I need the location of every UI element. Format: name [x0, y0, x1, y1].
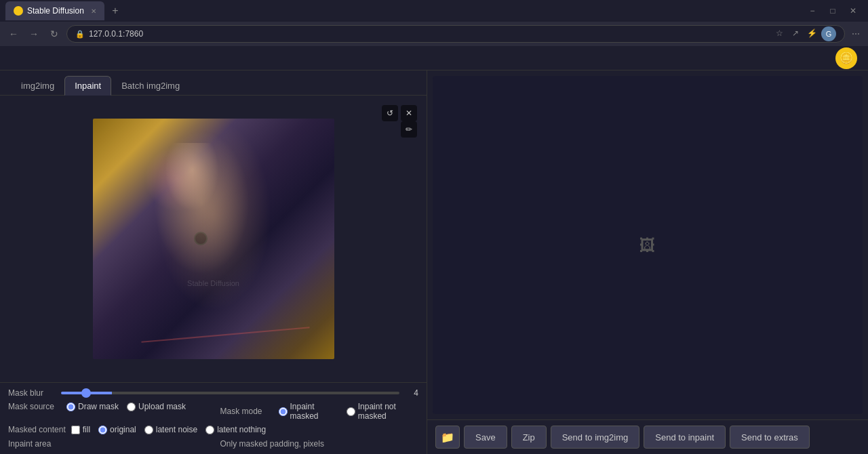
- original-radio[interactable]: [98, 426, 107, 434]
- inpaint-not-masked-option[interactable]: Inpaint not masked: [347, 402, 418, 421]
- latent-nothing-label: latent nothing: [217, 425, 266, 434]
- lock-icon: 🔒: [75, 30, 85, 39]
- tab-img2img[interactable]: img2img: [11, 76, 64, 96]
- refresh-button[interactable]: ↻: [46, 26, 62, 42]
- output-area: 🖼: [433, 76, 863, 414]
- tab-bar: Stable Diffusion ✕ + − □ ✕: [0, 0, 868, 22]
- masked-content-label: Masked content: [8, 425, 66, 434]
- mask-blur-row: Mask blur 4: [8, 388, 418, 398]
- inpaint-area-col: Inpaint area: [8, 438, 207, 449]
- mask-blur-slider-container: 4: [61, 388, 418, 398]
- upload-mask-option[interactable]: Upload mask: [127, 402, 186, 411]
- mask-source-row: Mask source Draw mask Upload mask: [8, 402, 207, 411]
- mask-mode-row: Mask mode Inpaint masked Inpaint not mas…: [220, 402, 419, 421]
- inpaint-not-masked-label: Inpaint not masked: [358, 402, 418, 421]
- mask-blur-slider[interactable]: [61, 392, 399, 394]
- mask-source-col: Mask source Draw mask Upload mask: [8, 402, 207, 425]
- address-bar[interactable]: 🔒 127.0.0.1:7860 ☆ ↗ ⚡ G: [66, 25, 845, 43]
- reset-image-button[interactable]: ↺: [382, 105, 398, 121]
- tab-close-button[interactable]: ✕: [91, 7, 96, 15]
- inpaint-masked-option[interactable]: Inpaint masked: [279, 402, 338, 421]
- user-avatar: 🪙: [835, 47, 857, 69]
- tabs-row: img2img Inpaint Batch img2img: [0, 70, 427, 96]
- mask-source-radio-group: Draw mask Upload mask: [66, 402, 186, 411]
- mask-blur-label: Mask blur: [8, 388, 56, 398]
- image-container: Stable Diffusion ↺ ✕ ✏: [5, 101, 421, 377]
- inpaint-masked-label: Inpaint masked: [290, 402, 338, 421]
- address-bar-row: ← → ↻ 🔒 127.0.0.1:7860 ☆ ↗ ⚡ G ⋯: [0, 22, 868, 46]
- image-area: Stable Diffusion ↺ ✕ ✏: [0, 96, 427, 382]
- send-to-inpaint-button[interactable]: Send to inpaint: [644, 426, 726, 449]
- mask-source-label: Mask source: [8, 402, 62, 411]
- draw-mask-label: Draw mask: [78, 402, 119, 411]
- profile-icon[interactable]: G: [821, 26, 836, 41]
- canvas-image[interactable]: Stable Diffusion: [93, 119, 334, 359]
- image-overlay-buttons: ↺ ✕: [382, 105, 417, 121]
- right-panel: 🖼 📁 Save Zip Send to img2img Send to inp…: [427, 70, 868, 454]
- address-bar-icons: ☆ ↗ ⚡ G: [772, 26, 836, 41]
- two-col-controls: Mask source Draw mask Upload mask: [8, 402, 418, 425]
- url-text: 127.0.0.1:7860: [89, 29, 143, 39]
- mask-mode-radio-group: Inpaint masked Inpaint not masked: [279, 402, 419, 421]
- draw-mask-radio[interactable]: [66, 403, 75, 411]
- controls-area: Mask blur 4 Mask source: [0, 382, 427, 454]
- original-label: original: [110, 425, 136, 434]
- forward-button[interactable]: →: [26, 26, 42, 42]
- window-controls: − □ ✕: [803, 1, 863, 20]
- draw-mask-option[interactable]: Draw mask: [66, 402, 119, 411]
- close-button[interactable]: ✕: [844, 1, 863, 20]
- app-body: 🪙 img2img Inpaint Batch img2img Stable D…: [0, 46, 868, 454]
- fill-label: fill: [83, 425, 90, 434]
- mask-blur-value: 4: [405, 388, 418, 398]
- mask-mode-col: Mask mode Inpaint masked Inpaint not mas…: [220, 402, 419, 425]
- tab-title: Stable Diffusion: [27, 6, 84, 16]
- only-masked-col: Only masked padding, pixels: [220, 438, 419, 449]
- action-bar: 📁 Save Zip Send to img2img Send to inpai…: [427, 419, 868, 454]
- bookmark-star-icon[interactable]: ☆: [772, 26, 786, 40]
- send-to-img2img-button[interactable]: Send to img2img: [551, 426, 640, 449]
- original-option[interactable]: original: [98, 425, 136, 434]
- masked-content-options: fill original latent noise latent n: [71, 425, 267, 434]
- inpaint-not-masked-radio[interactable]: [347, 407, 355, 416]
- edit-pen-button[interactable]: ✏: [401, 121, 417, 138]
- latent-noise-radio[interactable]: [144, 426, 153, 434]
- tab-favicon: [14, 6, 23, 16]
- zip-button[interactable]: Zip: [511, 426, 547, 449]
- inpaint-masked-radio[interactable]: [279, 407, 288, 416]
- fill-checkbox[interactable]: [71, 426, 80, 434]
- output-placeholder-icon: 🖼: [639, 236, 656, 255]
- masked-content-row: Masked content fill original latent n: [8, 425, 418, 434]
- settings-icon[interactable]: ⋯: [849, 27, 863, 41]
- mask-mode-label: Mask mode: [220, 407, 275, 416]
- browser-tab-active[interactable]: Stable Diffusion ✕: [5, 1, 104, 20]
- minimize-button[interactable]: −: [803, 1, 822, 20]
- latent-nothing-option[interactable]: latent nothing: [205, 425, 266, 434]
- share-icon[interactable]: ↗: [789, 26, 802, 40]
- close-image-button[interactable]: ✕: [401, 105, 417, 121]
- open-folder-button[interactable]: 📁: [435, 426, 460, 449]
- latent-noise-option[interactable]: latent noise: [144, 425, 197, 434]
- browser-chrome: Stable Diffusion ✕ + − □ ✕ ← → ↻ 🔒 127.0…: [0, 0, 868, 46]
- save-button[interactable]: Save: [464, 426, 507, 449]
- inpaint-area-row: Inpaint area Only masked padding, pixels: [8, 438, 418, 449]
- inpaint-area-label: Inpaint area: [8, 439, 51, 449]
- extensions-icon[interactable]: ⚡: [805, 26, 818, 40]
- left-panel: img2img Inpaint Batch img2img Stable Dif…: [0, 70, 427, 454]
- fill-option[interactable]: fill: [71, 425, 90, 434]
- new-tab-button[interactable]: +: [107, 3, 123, 19]
- only-masked-label: Only masked padding, pixels: [220, 439, 324, 449]
- back-button[interactable]: ←: [5, 26, 22, 42]
- latent-noise-label: latent noise: [156, 425, 197, 434]
- folder-icon: 📁: [441, 431, 454, 444]
- main-content: img2img Inpaint Batch img2img Stable Dif…: [0, 70, 868, 454]
- tab-inpaint[interactable]: Inpaint: [64, 76, 111, 96]
- top-nav: 🪙: [0, 46, 868, 70]
- upload-mask-label: Upload mask: [138, 402, 186, 411]
- latent-nothing-radio[interactable]: [205, 426, 214, 434]
- maximize-button[interactable]: □: [823, 1, 842, 20]
- tab-batch-img2img[interactable]: Batch img2img: [111, 76, 190, 96]
- send-to-extras-button[interactable]: Send to extras: [730, 426, 810, 449]
- upload-mask-radio[interactable]: [127, 403, 136, 411]
